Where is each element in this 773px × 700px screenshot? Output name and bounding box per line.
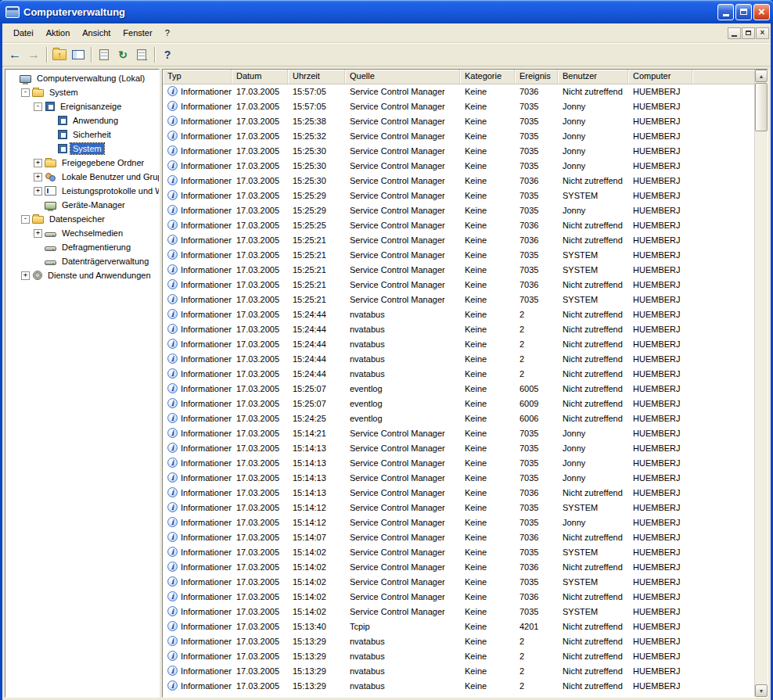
tree-item-datentraegerverwaltung[interactable]: Datenträgerverwaltung [5, 254, 159, 268]
table-row[interactable]: iInformationen17.03.200515:14:13Service … [163, 470, 754, 485]
column-header-datum[interactable]: Datum [232, 70, 288, 84]
table-row[interactable]: iInformationen17.03.200515:14:12Service … [163, 500, 754, 515]
table-row[interactable]: iInformationen17.03.200515:13:29nvatabus… [163, 634, 754, 648]
collapse-toggle-icon[interactable]: - [34, 102, 42, 111]
menu-fenster[interactable]: Fenster [117, 26, 158, 40]
minimize-button[interactable] [717, 4, 734, 20]
table-row[interactable]: iInformationen17.03.200515:14:02Service … [163, 544, 754, 559]
table-row[interactable]: iInformationen17.03.200515:14:13Service … [163, 485, 754, 500]
column-header-quelle[interactable]: Quelle [345, 70, 460, 84]
title-bar[interactable]: Computerverwaltung × [0, 0, 773, 23]
vertical-scrollbar[interactable]: ▲ ▼ [754, 70, 768, 697]
table-row[interactable]: iInformationen17.03.200515:14:02Service … [163, 559, 754, 574]
forward-button[interactable]: → [24, 46, 43, 64]
scroll-up-button[interactable]: ▲ [755, 70, 768, 82]
table-row[interactable]: iInformationen17.03.200515:14:21Service … [163, 425, 754, 440]
table-row[interactable]: iInformationen17.03.200515:57:05Service … [163, 99, 754, 113]
up-button[interactable]: ↑ [50, 46, 69, 64]
expand-toggle-icon[interactable]: + [21, 271, 30, 280]
table-row[interactable]: iInformationen17.03.200515:13:29nvatabus… [163, 678, 754, 693]
table-row[interactable]: iInformationen17.03.200515:14:02Service … [163, 604, 754, 619]
menu-ansicht[interactable]: Ansicht [76, 26, 117, 40]
table-row[interactable]: iInformationen17.03.200515:14:12Service … [163, 515, 754, 529]
table-row[interactable]: iInformationen17.03.200515:25:21Service … [163, 247, 754, 262]
table-row[interactable]: iInformationen17.03.200515:24:44nvatabus… [163, 351, 754, 366]
scrollbar-thumb[interactable] [755, 83, 768, 131]
table-row[interactable]: iInformationen17.03.200515:25:29Service … [163, 188, 754, 203]
table-row[interactable]: iInformationen17.03.200515:14:02Service … [163, 574, 754, 589]
table-row[interactable]: iInformationen17.03.200515:25:21Service … [163, 232, 754, 247]
child-close-button[interactable]: × [756, 27, 769, 39]
collapse-toggle-icon[interactable]: - [21, 88, 30, 97]
tree-item-computerverwaltung-lokal[interactable]: Computerverwaltung (Lokal) [5, 71, 159, 85]
tree-item-system[interactable]: -System [5, 85, 159, 99]
table-row[interactable]: iInformationen17.03.200515:24:25eventlog… [163, 411, 754, 425]
export-list-button[interactable] [132, 46, 151, 64]
table-row[interactable]: iInformationen17.03.200515:25:21Service … [163, 277, 754, 292]
table-row[interactable]: iInformationen17.03.200515:25:30Service … [163, 143, 754, 158]
column-header-ereignis[interactable]: Ereignis [515, 70, 558, 84]
tree-item-datenspeicher[interactable]: -Datenspeicher [5, 212, 159, 226]
table-row[interactable]: iInformationen17.03.200515:25:32Service … [163, 128, 754, 143]
collapse-toggle-icon[interactable]: - [21, 215, 30, 224]
tree-item-wechselmedien[interactable]: +Wechselmedien [5, 226, 159, 240]
table-row[interactable]: iInformationen17.03.200515:25:07eventlog… [163, 381, 754, 396]
refresh-button[interactable]: ↻ [113, 46, 132, 64]
table-row[interactable]: iInformationen17.03.200515:24:44nvatabus… [163, 307, 754, 321]
column-header-benutzer[interactable]: Benutzer [558, 70, 628, 84]
tree-item-ereignisanzeige[interactable]: -Ereignisanzeige [5, 99, 159, 113]
column-header-kategorie[interactable]: Kategorie [460, 70, 515, 84]
tree-item-system[interactable]: System [5, 142, 159, 156]
tree-item-freigegebene-ordner[interactable]: +Freigegebene Ordner [5, 156, 159, 170]
scroll-down-button[interactable]: ▼ [755, 684, 768, 697]
table-row[interactable]: iInformationen17.03.200515:25:21Service … [163, 292, 754, 307]
menu-help[interactable]: ? [159, 26, 176, 40]
child-minimize-button[interactable] [728, 27, 741, 39]
table-row[interactable]: iInformationen17.03.200515:24:44nvatabus… [163, 321, 754, 336]
table-row[interactable]: iInformationen17.03.200515:14:13Service … [163, 440, 754, 455]
table-row[interactable]: iInformationen17.03.200515:25:25Service … [163, 217, 754, 232]
back-button[interactable]: ← [5, 46, 24, 64]
tree-item-sicherheit[interactable]: Sicherheit [5, 127, 159, 142]
table-row[interactable]: iInformationen17.03.200515:25:21Service … [163, 262, 754, 277]
table-row[interactable]: iInformationen17.03.200515:13:29nvatabus… [163, 663, 754, 678]
tree-item-leistungsprotokolle-und-warnungen[interactable]: +Leistungsprotokolle und Warnungen [5, 184, 159, 198]
table-row[interactable]: iInformationen17.03.200515:13:40TcpipKei… [163, 619, 754, 634]
expand-toggle-icon[interactable]: + [34, 229, 42, 238]
help-button[interactable]: ? [158, 46, 177, 64]
table-row[interactable]: iInformationen17.03.200515:25:29Service … [163, 203, 754, 217]
table-row[interactable]: iInformationen17.03.200515:14:07Service … [163, 529, 754, 544]
properties-button[interactable] [95, 46, 113, 64]
table-row[interactable]: iInformationen17.03.200515:13:29nvatabus… [163, 648, 754, 663]
tree-item-lokale-benutzer-und-gruppen[interactable]: +Lokale Benutzer und Gruppen [5, 170, 159, 184]
column-header-uhrzeit[interactable]: Uhrzeit [288, 70, 345, 84]
child-restore-button[interactable] [742, 27, 755, 39]
table-row[interactable]: iInformationen17.03.200515:14:02Service … [163, 589, 754, 604]
menu-aktion[interactable]: Aktion [40, 26, 77, 40]
expand-toggle-icon[interactable]: + [34, 159, 42, 167]
column-header-typ[interactable]: Typ [163, 70, 232, 84]
table-row[interactable]: iInformationen17.03.200515:25:38Service … [163, 113, 754, 128]
table-row[interactable]: iInformationen17.03.200515:24:44nvatabus… [163, 336, 754, 351]
table-row[interactable]: iInformationen17.03.200515:57:05Service … [163, 84, 754, 99]
menu-datei[interactable]: Datei [7, 26, 40, 40]
tree-item-anwendung[interactable]: Anwendung [5, 113, 159, 127]
close-button[interactable]: × [753, 4, 770, 20]
table-row[interactable]: iInformationen17.03.200515:24:44nvatabus… [163, 366, 754, 381]
table-row[interactable]: iInformationen17.03.200515:25:30Service … [163, 158, 754, 173]
table-row[interactable]: iInformationen17.03.200515:25:07eventlog… [163, 396, 754, 411]
tree-item-geraete-manager[interactable]: Geräte-Manager [5, 198, 159, 212]
expand-toggle-icon[interactable]: + [34, 187, 42, 196]
tree-item-dienste-und-anwendungen[interactable]: +Dienste und Anwendungen [5, 268, 159, 282]
cell-computer: HUEMBERJ [628, 146, 692, 156]
tree-item-defragmentierung[interactable]: Defragmentierung [5, 240, 159, 254]
column-header-computer[interactable]: Computer [628, 70, 692, 84]
expand-toggle-icon[interactable]: + [34, 173, 42, 181]
show-tree-button[interactable] [69, 46, 88, 64]
table-row[interactable]: iInformationen17.03.200515:14:13Service … [163, 455, 754, 470]
table-row[interactable]: iInformationen17.03.200515:25:30Service … [163, 173, 754, 188]
event-type-label: Informationen [181, 592, 232, 601]
restore-button[interactable] [735, 4, 752, 20]
event-type-label: Informationen [181, 176, 232, 185]
cell-datum: 17.03.2005 [232, 577, 288, 587]
